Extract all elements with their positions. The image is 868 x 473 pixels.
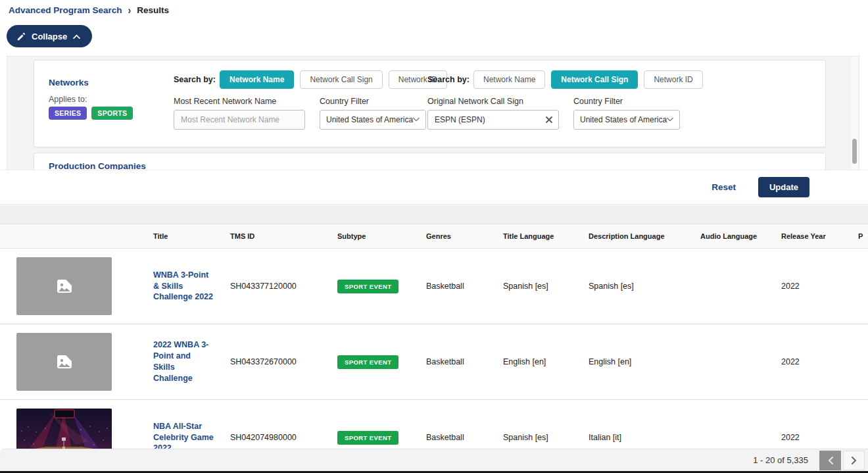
chevron-down-icon [413, 117, 420, 122]
update-button[interactable]: Update [758, 177, 809, 197]
description-language-cell: Italian [it] [587, 433, 698, 442]
network-name-input[interactable] [174, 110, 305, 130]
genres-cell: Basketball [424, 357, 501, 366]
tms-id-cell: SH043372670000 [214, 357, 335, 366]
column-header-title: Title [135, 232, 214, 240]
call-sign-input[interactable] [427, 110, 559, 130]
release-year-cell: 2022 [779, 282, 855, 291]
title-language-cell: Spanish [es] [501, 433, 587, 442]
country-filter-label: Country Filter [573, 97, 680, 106]
image-placeholder-icon [57, 279, 72, 293]
column-header-clipped: P [855, 232, 868, 240]
genres-cell: Basketball [424, 282, 501, 291]
subtype-badge: SPORT EVENT [337, 431, 398, 445]
program-title-link[interactable]: 2022 WNBA 3-Point and Skills Challenge [153, 339, 214, 384]
collapse-button-label: Collapse [32, 32, 67, 41]
release-year-cell: 2022 [779, 433, 855, 442]
filter-action-bar: Reset Update [0, 170, 868, 205]
country-filter-value: United States of America [326, 115, 413, 124]
column-header-description-language: Description Language [587, 232, 698, 240]
country-filter-select[interactable]: United States of America [573, 110, 680, 130]
chevron-right-icon [852, 457, 857, 464]
breadcrumb-current: Results [137, 5, 169, 15]
search-by-label: Search by: [174, 75, 220, 84]
series-badge: SERIES [49, 107, 87, 120]
filter-panel: Networks Applies to: SERIES SPORTS Searc… [7, 56, 859, 170]
chevron-right-icon: › [128, 4, 132, 16]
production-companies-card: Production Companies [34, 153, 826, 170]
title-language-cell: Spanish [es] [501, 282, 587, 291]
next-page-button[interactable] [843, 451, 865, 470]
search-by-network-call-sign-button[interactable]: Network Call Sign [300, 70, 382, 89]
pagination-range-text: 1 - 20 of 5,335 [753, 455, 808, 465]
applies-to-label: Applies to: [49, 95, 87, 104]
search-by-network-name-button[interactable]: Network Name [220, 70, 294, 89]
country-filter-select[interactable]: United States of America [320, 110, 426, 130]
search-by-network-name-button[interactable]: Network Name [473, 70, 545, 89]
panel-table-divider [0, 205, 868, 224]
search-by-network-call-sign-button[interactable]: Network Call Sign [551, 70, 638, 89]
clear-input-icon[interactable] [544, 115, 554, 124]
table-header-row: Title TMS ID Subtype Genres Title Langua… [0, 224, 868, 249]
pencil-icon [17, 32, 26, 41]
results-table: Title TMS ID Subtype Genres Title Langua… [0, 224, 868, 473]
filter-scrollbar[interactable] [852, 57, 858, 170]
column-header-tms-id: TMS ID [214, 232, 335, 240]
sports-badge: SPORTS [91, 107, 133, 120]
breadcrumb: Advanced Program Search › Results [9, 5, 169, 15]
image-placeholder-icon [57, 355, 72, 369]
previous-page-button[interactable] [819, 451, 841, 470]
tms-id-cell: SH043377120000 [214, 282, 335, 291]
chevron-up-icon [73, 34, 80, 39]
description-language-cell: Spanish [es] [587, 282, 698, 291]
description-language-cell: English [en] [587, 357, 698, 366]
networks-filter-card: Networks Applies to: SERIES SPORTS Searc… [34, 60, 826, 147]
subtype-badge: SPORT EVENT [337, 280, 398, 293]
networks-section-title: Networks [49, 78, 89, 87]
collapse-button[interactable]: Collapse [7, 25, 92, 47]
chevron-down-icon [667, 117, 673, 122]
table-row[interactable]: WNBA 3-Point & Skills Challenge 2022 SH0… [0, 249, 868, 324]
column-header-genres: Genres [424, 232, 501, 240]
column-header-audio-language: Audio Language [698, 232, 779, 240]
chevron-left-icon [828, 457, 833, 464]
column-header-release-year: Release Year [779, 232, 855, 240]
column-header-subtype: Subtype [335, 232, 424, 240]
network-name-field-label: Most Recent Network Name [174, 97, 305, 106]
reset-button[interactable]: Reset [711, 182, 736, 192]
tms-id-cell: SH042074980000 [214, 433, 335, 442]
applies-to-badges: SERIES SPORTS [49, 107, 133, 120]
network-call-sign-search-group: Search by: Network Name Network Call Sig… [427, 70, 709, 130]
program-thumbnail-placeholder [16, 257, 112, 315]
pagination-bar: 1 - 20 of 5,335 [0, 449, 868, 471]
table-row[interactable]: 2022 WNBA 3-Point and Skills Challenge S… [0, 324, 868, 400]
production-companies-section-title: Production Companies [49, 161, 146, 170]
country-filter-value: United States of America [580, 115, 667, 124]
subtype-badge: SPORT EVENT [337, 355, 398, 369]
program-thumbnail-placeholder [16, 333, 112, 391]
country-filter-label: Country Filter [320, 97, 426, 106]
search-by-network-id-button[interactable]: Network ID [644, 70, 702, 89]
call-sign-field-label: Original Network Call Sign [427, 97, 559, 106]
breadcrumb-parent-link[interactable]: Advanced Program Search [9, 5, 122, 15]
filter-scrollbar-thumb[interactable] [852, 139, 857, 164]
release-year-cell: 2022 [779, 357, 855, 366]
title-language-cell: English [en] [501, 357, 587, 366]
column-header-title-language: Title Language [501, 232, 587, 240]
network-name-search-group: Search by: Network Name Network Call Sig… [174, 70, 453, 130]
search-by-label: Search by: [427, 75, 473, 84]
genres-cell: Basketball [424, 433, 501, 442]
program-title-link[interactable]: WNBA 3-Point & Skills Challenge 2022 [153, 270, 214, 303]
